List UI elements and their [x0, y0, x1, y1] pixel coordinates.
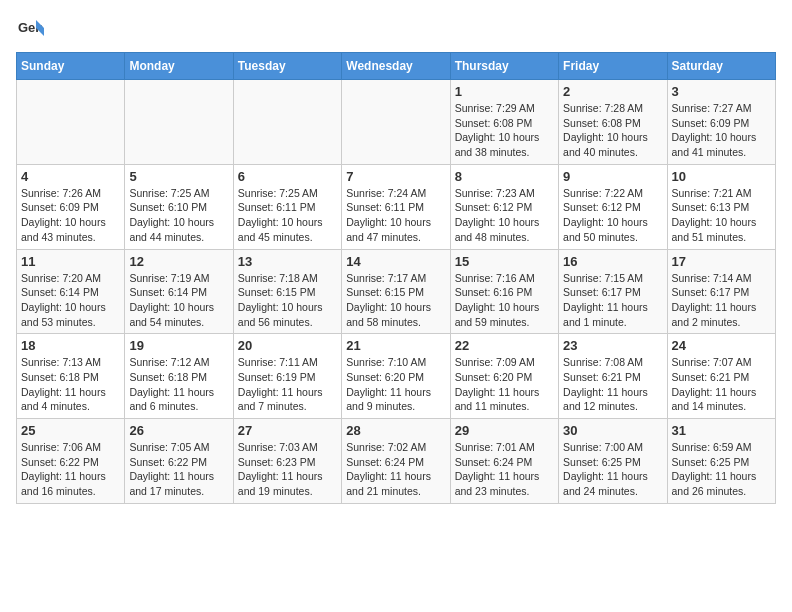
calendar-cell: 21Sunrise: 7:10 AM Sunset: 6:20 PM Dayli… — [342, 334, 450, 419]
calendar-cell: 30Sunrise: 7:00 AM Sunset: 6:25 PM Dayli… — [559, 419, 667, 504]
calendar-cell: 8Sunrise: 7:23 AM Sunset: 6:12 PM Daylig… — [450, 164, 558, 249]
cell-info-text: Sunrise: 7:11 AM Sunset: 6:19 PM Dayligh… — [238, 355, 337, 414]
calendar-cell: 27Sunrise: 7:03 AM Sunset: 6:23 PM Dayli… — [233, 419, 341, 504]
cell-info-text: Sunrise: 7:20 AM Sunset: 6:14 PM Dayligh… — [21, 271, 120, 330]
day-header-sunday: Sunday — [17, 53, 125, 80]
cell-day-number: 26 — [129, 423, 228, 438]
cell-day-number: 29 — [455, 423, 554, 438]
cell-info-text: Sunrise: 7:25 AM Sunset: 6:10 PM Dayligh… — [129, 186, 228, 245]
calendar-cell: 25Sunrise: 7:06 AM Sunset: 6:22 PM Dayli… — [17, 419, 125, 504]
calendar-cell: 29Sunrise: 7:01 AM Sunset: 6:24 PM Dayli… — [450, 419, 558, 504]
cell-info-text: Sunrise: 7:27 AM Sunset: 6:09 PM Dayligh… — [672, 101, 771, 160]
day-header-monday: Monday — [125, 53, 233, 80]
calendar-cell: 7Sunrise: 7:24 AM Sunset: 6:11 PM Daylig… — [342, 164, 450, 249]
calendar-cell: 24Sunrise: 7:07 AM Sunset: 6:21 PM Dayli… — [667, 334, 775, 419]
calendar-cell: 11Sunrise: 7:20 AM Sunset: 6:14 PM Dayli… — [17, 249, 125, 334]
cell-info-text: Sunrise: 7:18 AM Sunset: 6:15 PM Dayligh… — [238, 271, 337, 330]
cell-day-number: 31 — [672, 423, 771, 438]
header-row: SundayMondayTuesdayWednesdayThursdayFrid… — [17, 53, 776, 80]
calendar-cell — [17, 80, 125, 165]
cell-day-number: 6 — [238, 169, 337, 184]
cell-day-number: 22 — [455, 338, 554, 353]
calendar-cell: 14Sunrise: 7:17 AM Sunset: 6:15 PM Dayli… — [342, 249, 450, 334]
cell-day-number: 28 — [346, 423, 445, 438]
cell-day-number: 25 — [21, 423, 120, 438]
cell-info-text: Sunrise: 7:10 AM Sunset: 6:20 PM Dayligh… — [346, 355, 445, 414]
cell-info-text: Sunrise: 7:07 AM Sunset: 6:21 PM Dayligh… — [672, 355, 771, 414]
cell-day-number: 5 — [129, 169, 228, 184]
logo-icon: Gen — [16, 16, 44, 44]
cell-day-number: 4 — [21, 169, 120, 184]
cell-info-text: Sunrise: 7:08 AM Sunset: 6:21 PM Dayligh… — [563, 355, 662, 414]
cell-info-text: Sunrise: 7:26 AM Sunset: 6:09 PM Dayligh… — [21, 186, 120, 245]
calendar-cell: 22Sunrise: 7:09 AM Sunset: 6:20 PM Dayli… — [450, 334, 558, 419]
cell-day-number: 7 — [346, 169, 445, 184]
calendar-cell: 10Sunrise: 7:21 AM Sunset: 6:13 PM Dayli… — [667, 164, 775, 249]
calendar-cell: 26Sunrise: 7:05 AM Sunset: 6:22 PM Dayli… — [125, 419, 233, 504]
cell-day-number: 8 — [455, 169, 554, 184]
cell-info-text: Sunrise: 7:25 AM Sunset: 6:11 PM Dayligh… — [238, 186, 337, 245]
week-row-3: 11Sunrise: 7:20 AM Sunset: 6:14 PM Dayli… — [17, 249, 776, 334]
calendar-cell: 31Sunrise: 6:59 AM Sunset: 6:25 PM Dayli… — [667, 419, 775, 504]
calendar-cell: 19Sunrise: 7:12 AM Sunset: 6:18 PM Dayli… — [125, 334, 233, 419]
cell-info-text: Sunrise: 7:15 AM Sunset: 6:17 PM Dayligh… — [563, 271, 662, 330]
cell-day-number: 14 — [346, 254, 445, 269]
cell-day-number: 15 — [455, 254, 554, 269]
cell-day-number: 23 — [563, 338, 662, 353]
cell-day-number: 10 — [672, 169, 771, 184]
calendar-cell — [233, 80, 341, 165]
cell-day-number: 16 — [563, 254, 662, 269]
cell-info-text: Sunrise: 7:28 AM Sunset: 6:08 PM Dayligh… — [563, 101, 662, 160]
week-row-2: 4Sunrise: 7:26 AM Sunset: 6:09 PM Daylig… — [17, 164, 776, 249]
cell-info-text: Sunrise: 7:22 AM Sunset: 6:12 PM Dayligh… — [563, 186, 662, 245]
week-row-1: 1Sunrise: 7:29 AM Sunset: 6:08 PM Daylig… — [17, 80, 776, 165]
cell-info-text: Sunrise: 7:17 AM Sunset: 6:15 PM Dayligh… — [346, 271, 445, 330]
cell-info-text: Sunrise: 7:14 AM Sunset: 6:17 PM Dayligh… — [672, 271, 771, 330]
calendar-cell: 16Sunrise: 7:15 AM Sunset: 6:17 PM Dayli… — [559, 249, 667, 334]
cell-info-text: Sunrise: 7:12 AM Sunset: 6:18 PM Dayligh… — [129, 355, 228, 414]
calendar-cell: 17Sunrise: 7:14 AM Sunset: 6:17 PM Dayli… — [667, 249, 775, 334]
calendar-table: SundayMondayTuesdayWednesdayThursdayFrid… — [16, 52, 776, 504]
cell-info-text: Sunrise: 7:05 AM Sunset: 6:22 PM Dayligh… — [129, 440, 228, 499]
calendar-cell: 18Sunrise: 7:13 AM Sunset: 6:18 PM Dayli… — [17, 334, 125, 419]
cell-day-number: 11 — [21, 254, 120, 269]
cell-day-number: 24 — [672, 338, 771, 353]
cell-day-number: 1 — [455, 84, 554, 99]
cell-info-text: Sunrise: 7:16 AM Sunset: 6:16 PM Dayligh… — [455, 271, 554, 330]
cell-day-number: 30 — [563, 423, 662, 438]
calendar-cell: 5Sunrise: 7:25 AM Sunset: 6:10 PM Daylig… — [125, 164, 233, 249]
day-header-thursday: Thursday — [450, 53, 558, 80]
cell-info-text: Sunrise: 7:19 AM Sunset: 6:14 PM Dayligh… — [129, 271, 228, 330]
cell-day-number: 3 — [672, 84, 771, 99]
calendar-cell — [125, 80, 233, 165]
cell-day-number: 13 — [238, 254, 337, 269]
calendar-cell: 23Sunrise: 7:08 AM Sunset: 6:21 PM Dayli… — [559, 334, 667, 419]
cell-info-text: Sunrise: 7:02 AM Sunset: 6:24 PM Dayligh… — [346, 440, 445, 499]
calendar-cell: 20Sunrise: 7:11 AM Sunset: 6:19 PM Dayli… — [233, 334, 341, 419]
week-row-5: 25Sunrise: 7:06 AM Sunset: 6:22 PM Dayli… — [17, 419, 776, 504]
calendar-cell: 9Sunrise: 7:22 AM Sunset: 6:12 PM Daylig… — [559, 164, 667, 249]
cell-info-text: Sunrise: 7:00 AM Sunset: 6:25 PM Dayligh… — [563, 440, 662, 499]
calendar-cell: 6Sunrise: 7:25 AM Sunset: 6:11 PM Daylig… — [233, 164, 341, 249]
calendar-cell: 15Sunrise: 7:16 AM Sunset: 6:16 PM Dayli… — [450, 249, 558, 334]
calendar-cell: 2Sunrise: 7:28 AM Sunset: 6:08 PM Daylig… — [559, 80, 667, 165]
cell-day-number: 12 — [129, 254, 228, 269]
day-header-tuesday: Tuesday — [233, 53, 341, 80]
cell-info-text: Sunrise: 7:03 AM Sunset: 6:23 PM Dayligh… — [238, 440, 337, 499]
cell-info-text: Sunrise: 7:09 AM Sunset: 6:20 PM Dayligh… — [455, 355, 554, 414]
cell-day-number: 17 — [672, 254, 771, 269]
calendar-cell: 28Sunrise: 7:02 AM Sunset: 6:24 PM Dayli… — [342, 419, 450, 504]
day-header-wednesday: Wednesday — [342, 53, 450, 80]
week-row-4: 18Sunrise: 7:13 AM Sunset: 6:18 PM Dayli… — [17, 334, 776, 419]
calendar-cell: 12Sunrise: 7:19 AM Sunset: 6:14 PM Dayli… — [125, 249, 233, 334]
logo: Gen — [16, 16, 48, 44]
cell-day-number: 27 — [238, 423, 337, 438]
cell-day-number: 21 — [346, 338, 445, 353]
calendar-cell: 3Sunrise: 7:27 AM Sunset: 6:09 PM Daylig… — [667, 80, 775, 165]
calendar-cell: 4Sunrise: 7:26 AM Sunset: 6:09 PM Daylig… — [17, 164, 125, 249]
cell-info-text: Sunrise: 7:21 AM Sunset: 6:13 PM Dayligh… — [672, 186, 771, 245]
cell-day-number: 19 — [129, 338, 228, 353]
day-header-friday: Friday — [559, 53, 667, 80]
cell-info-text: Sunrise: 7:29 AM Sunset: 6:08 PM Dayligh… — [455, 101, 554, 160]
cell-info-text: Sunrise: 7:24 AM Sunset: 6:11 PM Dayligh… — [346, 186, 445, 245]
